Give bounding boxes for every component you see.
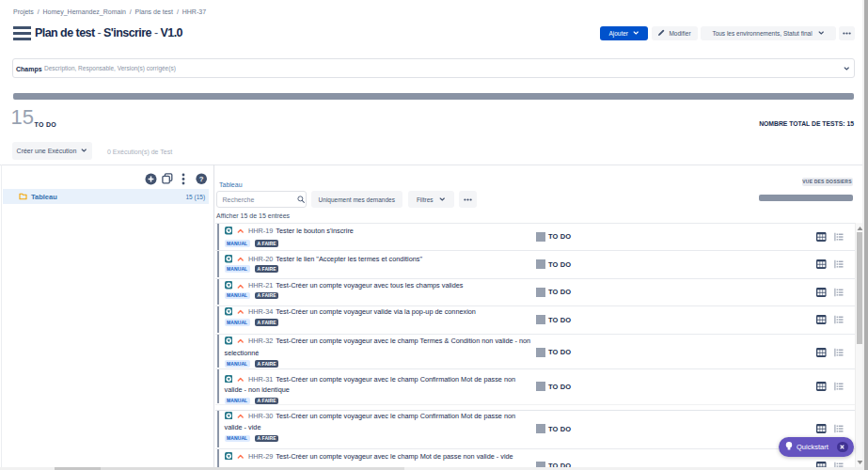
svg-text:?: ?: [198, 174, 203, 182]
